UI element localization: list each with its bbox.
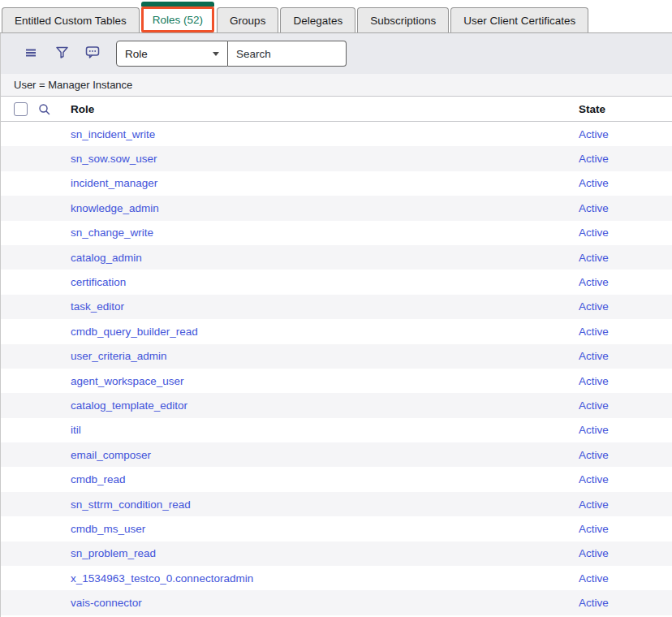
tab-delegates[interactable]: Delegates (280, 7, 355, 32)
table-row: knowledge_adminActive (1, 196, 672, 220)
tab-entitled-custom-tables[interactable]: Entitled Custom Tables (2, 7, 140, 32)
state-link[interactable]: Active (579, 153, 609, 165)
list-menu-icon (24, 46, 37, 62)
tab-label: Groups (230, 15, 265, 27)
state-link[interactable]: Active (579, 473, 609, 485)
role-link[interactable]: agent_workspace_user (71, 375, 184, 387)
role-link[interactable]: task_editor (71, 300, 124, 313)
search-field-value: Role (125, 48, 148, 60)
chevron-down-icon (213, 52, 219, 56)
state-link[interactable]: Active (579, 375, 609, 387)
tab-subscriptions[interactable]: Subscriptions (357, 7, 449, 32)
tab-bar: Entitled Custom TablesRoles (52)GroupsDe… (0, 0, 672, 33)
table-row: email_composerActive (1, 442, 672, 467)
table-row: sn_problem_readActive (1, 541, 672, 566)
state-link[interactable]: Active (579, 276, 609, 288)
chat-button[interactable] (84, 45, 101, 63)
role-link[interactable]: vais-connector (71, 597, 142, 609)
table-row: cmdb_query_builder_readActive (1, 319, 672, 343)
search-input[interactable] (228, 41, 347, 67)
table-row: certificationActive (1, 270, 672, 294)
filter-condition: User = Manager Instance (14, 79, 132, 91)
tab-label: Entitled Custom Tables (15, 15, 127, 27)
state-link[interactable]: Active (579, 252, 609, 264)
role-link[interactable]: incident_manager (71, 177, 157, 189)
tab-label: User Client Certificates (463, 15, 575, 27)
role-link[interactable]: catalog_admin (71, 252, 142, 264)
role-link[interactable]: sn_sttrm_condition_read (71, 498, 191, 511)
table-row: catalog_template_editorActive (1, 393, 672, 417)
state-link[interactable]: Active (579, 399, 609, 412)
table-row: itilActive (1, 418, 672, 442)
role-link[interactable]: catalog_template_editor (71, 399, 187, 412)
role-link[interactable]: cmdb_query_builder_read (71, 326, 198, 338)
table-row: catalog_adminActive (1, 245, 672, 270)
search-field-dropdown[interactable]: Role (116, 41, 228, 67)
list-body: sn_incident_writeActivesn_sow.sow_userAc… (1, 122, 672, 615)
state-link[interactable]: Active (579, 523, 609, 535)
table-row: sn_sttrm_condition_readActive (1, 492, 672, 516)
select-all-checkbox[interactable] (14, 102, 28, 116)
role-link[interactable]: certification (71, 276, 126, 288)
state-link[interactable]: Active (579, 547, 609, 559)
state-link[interactable]: Active (579, 498, 609, 511)
filter-breadcrumb[interactable]: User = Manager Instance (1, 74, 672, 97)
state-link[interactable]: Active (579, 597, 609, 609)
role-link[interactable]: email_composer (71, 449, 151, 461)
table-row: cmdb_readActive (1, 467, 672, 491)
table-row: x_1534963_testco_0.connectoradminActive (1, 566, 672, 590)
role-link[interactable]: knowledge_admin (71, 202, 159, 214)
table-row: vais-connectorActive (1, 590, 672, 615)
state-link[interactable]: Active (579, 202, 609, 214)
tab-label: Roles (52) (153, 14, 203, 26)
role-link[interactable]: sn_problem_read (71, 547, 156, 559)
state-link[interactable]: Active (579, 326, 609, 338)
list-menu-button[interactable] (22, 45, 40, 63)
tab-user-client-certificates[interactable]: User Client Certificates (450, 7, 588, 32)
state-link[interactable]: Active (579, 128, 609, 140)
tab-roles-52[interactable]: Roles (52) (141, 2, 214, 32)
state-link[interactable]: Active (579, 300, 609, 313)
role-link[interactable]: sn_incident_write (71, 128, 155, 140)
role-link[interactable]: cmdb_ms_user (71, 523, 145, 535)
role-link[interactable]: itil (71, 424, 81, 436)
tab-label: Subscriptions (370, 15, 436, 27)
state-link[interactable]: Active (579, 424, 609, 436)
role-link[interactable]: sn_sow.sow_user (71, 153, 157, 165)
role-link[interactable]: user_criteria_admin (71, 350, 167, 362)
state-link[interactable]: Active (579, 449, 609, 461)
table-row: sn_sow.sow_userActive (1, 146, 672, 170)
role-link[interactable]: x_1534963_testco_0.connectoradmin (71, 572, 253, 585)
filter-button[interactable] (53, 45, 71, 63)
table-row: task_editorActive (1, 295, 672, 319)
column-header-state[interactable]: State (579, 103, 605, 115)
state-link[interactable]: Active (579, 350, 609, 362)
column-search-icon[interactable] (38, 103, 51, 116)
table-row: user_criteria_adminActive (1, 344, 672, 369)
table-row: incident_managerActive (1, 171, 672, 196)
active-tab-focus-ring: Roles (52) (141, 6, 214, 32)
table-row: sn_change_writeActive (1, 221, 672, 245)
role-link[interactable]: cmdb_read (71, 473, 126, 485)
content-panel: Role User = Manager Instance Role State … (0, 33, 672, 617)
tab-label: Delegates (293, 15, 342, 27)
state-link[interactable]: Active (579, 227, 609, 239)
list-header-row: Role State (1, 97, 672, 122)
chat-icon (85, 45, 100, 62)
role-link[interactable]: sn_change_write (71, 227, 153, 239)
table-row: agent_workspace_userActive (1, 369, 672, 393)
state-link[interactable]: Active (579, 177, 609, 189)
column-header-role[interactable]: Role (71, 103, 94, 115)
table-row: sn_incident_writeActive (1, 122, 672, 146)
list-toolbar: Role (1, 33, 672, 74)
filter-icon (55, 45, 69, 62)
state-link[interactable]: Active (579, 572, 609, 585)
tab-groups[interactable]: Groups (217, 7, 278, 32)
table-row: cmdb_ms_userActive (1, 516, 672, 541)
